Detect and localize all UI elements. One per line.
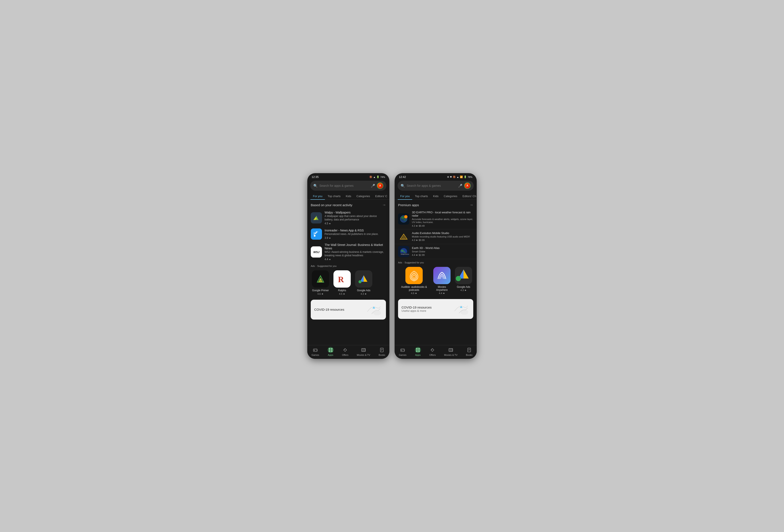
nav-books-label-1: Books: [379, 354, 385, 356]
earth3d-desc: Smart Globe: [412, 250, 473, 253]
mic-icon-1[interactable]: 🎤: [371, 184, 375, 188]
nav-apps-label-2: Apps: [415, 354, 421, 356]
suggested-grid-2[interactable]: Audible: audiobooks & podcasts 4.6 ★: [395, 267, 477, 297]
nav-apps-label-1: Apps: [328, 354, 333, 356]
nav-apps-1[interactable]: Apps: [328, 347, 334, 356]
covid-card-1[interactable]: COVID-19 resources: [311, 300, 386, 320]
list-item[interactable]: WSJ The Wall Street Journal: Business & …: [307, 241, 389, 263]
battery-icon-2: 🔋: [464, 176, 467, 178]
audio-meta: 4.3 ★ $9.99: [412, 239, 473, 242]
svg-marker-12: [372, 306, 375, 308]
svg-rect-49: [405, 267, 423, 284]
games-icon-1: [312, 347, 318, 353]
movies-anywhere-icon: [433, 267, 451, 284]
recent-title: Based on your recent activity: [311, 203, 353, 207]
earth3d-meta: 4.4 ★ $2.99: [412, 254, 473, 257]
nav-offers-2[interactable]: Offers: [429, 347, 436, 356]
svg-point-54: [460, 309, 468, 315]
premium-arrow[interactable]: →: [469, 203, 473, 207]
svg-rect-29: [380, 348, 383, 352]
mic-icon-2[interactable]: 🎤: [458, 184, 463, 188]
inoreader-name: Inoreader - News App & RSS: [325, 229, 386, 232]
audible-icon: [405, 267, 423, 284]
search-bar-1[interactable]: 🔍 🎤 A: [310, 181, 386, 190]
tab-editors-2[interactable]: Editors' Ch: [460, 193, 477, 200]
scroll-content-1[interactable]: Based on your recent activity → Walpy - …: [307, 200, 389, 359]
suggested-item[interactable]: Movies Anywhere 4.4 ★: [432, 267, 452, 295]
nav-apps-2[interactable]: Apps: [415, 347, 421, 356]
list-item[interactable]: 3D EARTH PRO - local weather forecast & …: [395, 209, 477, 229]
nav-movies-1[interactable]: Movies & TV: [357, 347, 370, 356]
tab-kids-2[interactable]: Kids: [430, 193, 441, 200]
search-input-2[interactable]: [407, 184, 456, 187]
inoreader-desc: Personalized news. All publishers in one…: [325, 233, 386, 236]
suggested-item[interactable]: Google Ads 4.3 ★: [454, 267, 473, 295]
suggested-grid-1[interactable]: Google Primer 4.6 ★ R Ralphs 4.5 ★: [307, 270, 389, 297]
primer-icon: [312, 270, 329, 288]
tab-for-you-1[interactable]: For you: [310, 193, 325, 200]
svg-point-37: [404, 219, 406, 221]
suggested-item[interactable]: R Ralphs 4.5 ★: [332, 270, 352, 295]
ads-text-1: Ads: [311, 265, 315, 267]
svg-rect-24: [362, 349, 365, 352]
recent-arrow[interactable]: →: [382, 203, 386, 207]
tab-for-you-2[interactable]: For you: [398, 193, 412, 200]
tab-editors-1[interactable]: Editors' C: [372, 193, 389, 200]
walpy-name: Walpy - Wallpapers: [325, 211, 386, 214]
nav-games-1[interactable]: Games: [311, 347, 319, 356]
tab-kids-1[interactable]: Kids: [343, 193, 354, 200]
offers-icon-1: [342, 347, 348, 353]
audible-name: Audible: audiobooks & podcasts: [398, 286, 430, 292]
suggested-item[interactable]: Google Primer 4.6 ★: [311, 270, 330, 295]
suggested-label-2: Suggested for you: [404, 261, 424, 264]
tab-categories-1[interactable]: Categories: [354, 193, 372, 200]
nav-offers-1[interactable]: Offers: [342, 347, 348, 356]
status-icons-1: 🔕 ▲ 🔋 74%: [369, 176, 385, 178]
svg-point-64: [431, 349, 432, 350]
ads-label-2: Ads · Suggested for you: [395, 259, 477, 265]
covid-card-2[interactable]: COVID-19 resources Useful apps & more: [398, 299, 473, 319]
status-bar-1: 12:35 🔕 ▲ 🔋 74%: [307, 173, 389, 180]
tab-top-charts-2[interactable]: Top charts: [412, 193, 430, 200]
svg-point-36: [401, 216, 404, 219]
movies-anywhere-name: Movies Anywhere: [432, 286, 452, 292]
nav-books-1[interactable]: Books: [379, 347, 385, 356]
list-item[interactable]: Audio Evolution Mobile Studio Mobile rec…: [395, 229, 477, 244]
svg-point-39: [404, 215, 407, 218]
nav-games-label-1: Games: [311, 354, 319, 356]
nav-games-2[interactable]: Games: [399, 347, 406, 356]
suggested-item[interactable]: Audible: audiobooks & podcasts 4.6 ★: [398, 267, 430, 295]
avatar-1[interactable]: A: [377, 182, 383, 189]
list-item[interactable]: Smart Globe Earth 3D - World Atlas Smart…: [395, 244, 477, 259]
covid-illustration-2: [452, 302, 470, 316]
search-input-1[interactable]: [319, 184, 369, 187]
avatar-2[interactable]: A: [464, 182, 471, 189]
walpy-info: Walpy - Wallpapers A Wallpaper app that …: [325, 211, 386, 225]
wifi-icon-2: ▲: [457, 176, 459, 178]
list-item[interactable]: Inoreader - News App & RSS Personalized …: [307, 227, 389, 241]
svg-text:R: R: [338, 275, 344, 284]
gads-rating-1: 4.3 ★: [361, 293, 367, 295]
suggested-item[interactable]: Google Ads 4.3 ★: [354, 270, 373, 295]
premium-section-header: Premium apps →: [395, 200, 477, 209]
walpy-desc: A Wallpaper app that cares about your de…: [325, 215, 386, 221]
battery-percent-2: 78%: [468, 176, 472, 178]
books-icon-1: [379, 347, 385, 353]
nav-games-label-2: Games: [399, 354, 406, 356]
svg-rect-60: [416, 348, 418, 350]
svg-rect-70: [468, 348, 471, 352]
wsj-rating: 4.4 ★: [325, 258, 386, 261]
scroll-content-2[interactable]: Premium apps → 3D EA: [395, 200, 477, 359]
nav-books-2[interactable]: Books: [466, 347, 473, 356]
svg-rect-6: [319, 279, 321, 279]
earth-pro-name: 3D EARTH PRO - local weather forecast & …: [412, 211, 473, 217]
list-item[interactable]: Walpy - Wallpapers A Wallpaper app that …: [307, 209, 389, 227]
svg-rect-62: [416, 350, 418, 352]
nav-movies-2[interactable]: Movies & TV: [444, 347, 457, 356]
audio-desc: Mobile recording studio featuring USB au…: [412, 235, 473, 238]
search-bar-2[interactable]: 🔍 🎤 A: [398, 181, 474, 190]
walpy-icon: [311, 212, 322, 224]
ralphs-name: Ralphs: [338, 289, 346, 292]
tab-top-charts-1[interactable]: Top charts: [325, 193, 343, 200]
tab-categories-2[interactable]: Categories: [441, 193, 460, 200]
